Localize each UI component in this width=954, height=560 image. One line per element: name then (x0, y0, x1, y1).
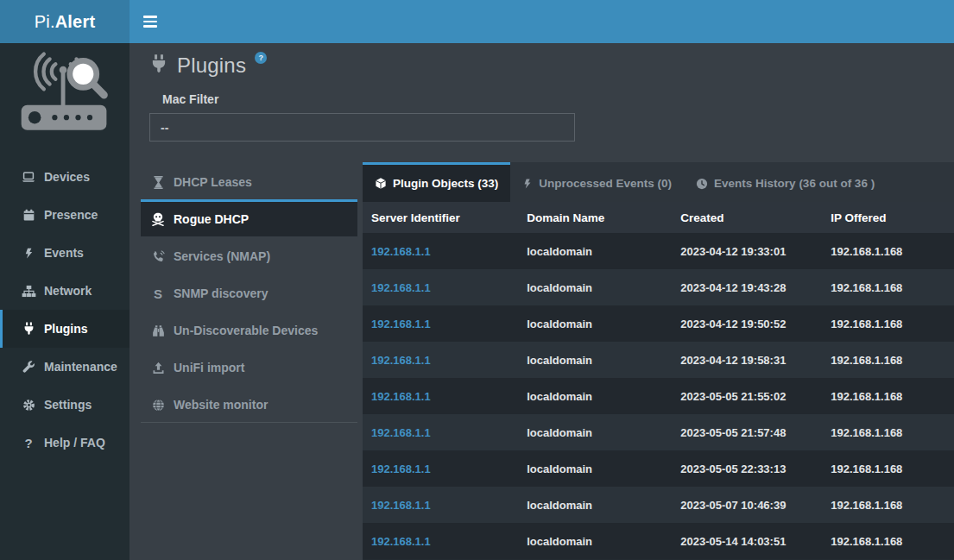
table-cell: 192.168.1.168 (822, 305, 954, 342)
router-search-logo (13, 51, 117, 142)
bolt-icon (522, 178, 533, 190)
table-cell: 2023-05-05 22:33:13 (672, 450, 822, 487)
table-cell: localdomain (518, 233, 672, 269)
laptop-icon (20, 170, 37, 184)
table-header-row: Server Identifier Domain Name Created IP… (363, 202, 954, 233)
server-identifier-link[interactable]: 192.168.1.1 (363, 342, 518, 378)
help-badge[interactable]: ? (255, 52, 267, 64)
clock-icon (696, 178, 708, 190)
plugin-nav-item-dhcp-leases[interactable]: DHCP Leases (141, 162, 357, 199)
tab-plugin-objects[interactable]: Plugin Objects (33) (363, 162, 510, 202)
table-cell: 192.168.1.168 (822, 450, 954, 487)
sidebar-item-plugins[interactable]: Plugins (0, 310, 130, 348)
table-row: 192.168.1.1localdomain2023-04-12 19:58:3… (363, 342, 954, 378)
sidebar: Devices Presence Events Network Plugins … (0, 43, 130, 560)
table-cell: 2023-04-12 19:43:28 (672, 269, 822, 305)
column-header-ip-offered[interactable]: IP Offered (822, 202, 954, 233)
server-identifier-link[interactable]: 192.168.1.1 (363, 269, 518, 305)
table-cell: 2023-05-07 10:46:39 (672, 487, 822, 523)
sidebar-toggle-button[interactable] (130, 16, 171, 28)
server-identifier-link[interactable]: 192.168.1.1 (363, 233, 518, 269)
bolt-icon (20, 247, 37, 260)
column-header-created[interactable]: Created (672, 202, 822, 233)
sidebar-item-maintenance[interactable]: Maintenance (0, 348, 130, 386)
s-icon: S (149, 286, 167, 301)
table-row: 192.168.1.1localdomain2023-05-05 22:33:1… (363, 450, 954, 487)
column-header-server-identifier[interactable]: Server Identifier (363, 202, 518, 233)
plugin-nav-item-website-monitor[interactable]: Website monitor (141, 385, 357, 422)
cube-icon (375, 177, 387, 190)
hourglass-icon (149, 176, 167, 189)
plugin-nav-item-rogue-dhcp[interactable]: Rogue DHCP (141, 199, 357, 236)
table-cell: 2023-05-05 21:55:02 (672, 378, 822, 414)
globe-icon (149, 399, 167, 412)
tab-unprocessed-events[interactable]: Unprocessed Events (0) (510, 162, 684, 202)
sitemap-icon (20, 285, 37, 298)
table-cell: 192.168.1.168 (822, 487, 954, 523)
plugin-table-body: 192.168.1.1localdomain2023-04-12 19:33:0… (363, 233, 954, 559)
plugin-nav-item-undiscoverable-devices[interactable]: Un-Discoverable Devices (141, 311, 357, 348)
page-title: Plugins ? (130, 43, 954, 78)
sidebar-item-events[interactable]: Events (0, 234, 130, 272)
table-row: 192.168.1.1localdomain2023-04-12 19:50:5… (363, 305, 954, 342)
server-identifier-link[interactable]: 192.168.1.1 (363, 523, 518, 559)
table-cell: 2023-04-12 19:58:31 (672, 342, 822, 378)
table-cell: localdomain (518, 269, 672, 305)
server-identifier-link[interactable]: 192.168.1.1 (363, 414, 518, 450)
table-row: 192.168.1.1localdomain2023-05-14 14:03:5… (363, 523, 954, 559)
plugin-nav-item-snmp-discovery[interactable]: S SNMP discovery (141, 274, 357, 311)
plugin-objects-table: Server Identifier Domain Name Created IP… (363, 202, 954, 559)
table-row: 192.168.1.1localdomain2023-05-05 21:57:4… (363, 414, 954, 450)
tab-events-history[interactable]: Events History (36 out of 36 ) (684, 162, 887, 202)
server-identifier-link[interactable]: 192.168.1.1 (363, 450, 518, 487)
app-logo[interactable]: Pi.Alert (0, 0, 130, 43)
plugin-nav-item-unifi-import[interactable]: UniFi import (141, 348, 357, 385)
sidebar-item-devices[interactable]: Devices (0, 158, 130, 196)
table-cell: localdomain (518, 487, 672, 523)
table-cell: 2023-05-14 14:03:51 (672, 523, 822, 559)
sidebar-item-presence[interactable]: Presence (0, 196, 130, 234)
calendar-icon (20, 209, 37, 222)
server-identifier-link[interactable]: 192.168.1.1 (363, 378, 518, 414)
mac-filter-label: Mac Filter (162, 92, 954, 106)
wrench-icon (20, 361, 37, 374)
table-cell: 192.168.1.168 (822, 342, 954, 378)
table-cell: 192.168.1.168 (822, 233, 954, 269)
table-cell: localdomain (518, 305, 672, 342)
table-cell: 192.168.1.168 (822, 269, 954, 305)
table-row: 192.168.1.1localdomain2023-04-12 19:43:2… (363, 269, 954, 305)
question-icon: ? (20, 436, 37, 450)
sidebar-menu: Devices Presence Events Network Plugins … (0, 158, 130, 462)
binoculars-icon (149, 324, 167, 337)
table-row: 192.168.1.1localdomain2023-04-12 19:33:0… (363, 233, 954, 269)
plug-icon (149, 53, 168, 78)
plugin-nav-item-services-nmap[interactable]: Services (NMAP) (141, 236, 357, 274)
table-cell: 192.168.1.168 (822, 414, 954, 450)
top-bar: Pi.Alert (0, 0, 954, 43)
plugin-panel: Plugin Objects (33) Unprocessed Events (… (363, 162, 954, 560)
column-header-domain-name[interactable]: Domain Name (518, 202, 672, 233)
plug-icon (20, 322, 37, 336)
gear-icon (20, 399, 37, 412)
table-cell: 192.168.1.168 (822, 378, 954, 414)
skull-crossbones-icon (149, 212, 167, 226)
navbar (130, 0, 954, 43)
table-cell: localdomain (518, 414, 672, 450)
server-identifier-link[interactable]: 192.168.1.1 (363, 487, 518, 523)
table-row: 192.168.1.1localdomain2023-05-07 10:46:3… (363, 487, 954, 523)
phone-volume-icon (149, 250, 167, 263)
table-cell: 2023-05-05 21:57:48 (672, 414, 822, 450)
sidebar-item-help-faq[interactable]: ? Help / FAQ (0, 424, 130, 462)
tab-bar: Plugin Objects (33) Unprocessed Events (… (363, 162, 954, 202)
table-cell: localdomain (518, 378, 672, 414)
mac-filter-input[interactable] (149, 113, 575, 142)
table-cell: localdomain (518, 523, 672, 559)
sidebar-item-settings[interactable]: Settings (0, 386, 130, 424)
table-cell: localdomain (518, 450, 672, 487)
table-cell: 192.168.1.168 (822, 523, 954, 559)
table-cell: 2023-04-12 19:50:52 (672, 305, 822, 342)
server-identifier-link[interactable]: 192.168.1.1 (363, 305, 518, 342)
main-content: Plugins ? Mac Filter DHCP Leases Rogue D… (130, 43, 954, 560)
sidebar-item-network[interactable]: Network (0, 272, 130, 310)
table-cell: 2023-04-12 19:33:01 (672, 233, 822, 269)
